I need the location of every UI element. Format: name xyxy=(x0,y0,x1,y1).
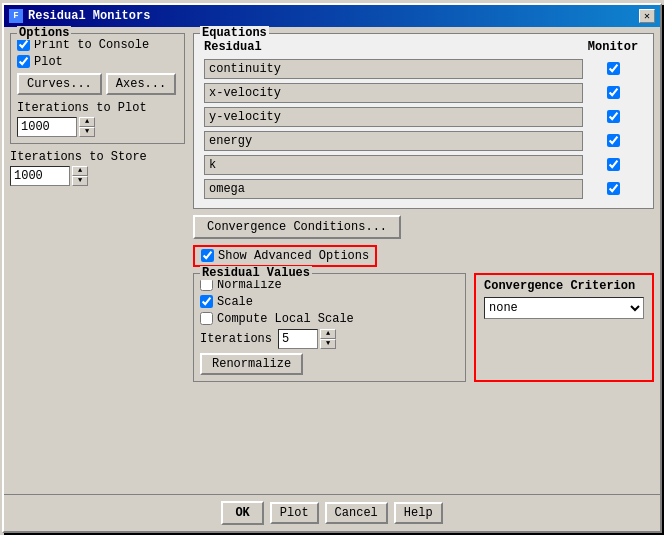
print-to-console-row: Print to Console xyxy=(17,38,178,52)
iterations-rv-up[interactable]: ▲ xyxy=(320,329,336,339)
ok-button[interactable]: OK xyxy=(221,501,263,525)
iterations-to-plot-up[interactable]: ▲ xyxy=(79,117,95,127)
compute-local-scale-row: Compute Local Scale xyxy=(200,312,459,326)
iterations-to-store-down[interactable]: ▼ xyxy=(72,176,88,186)
compute-local-scale-label: Compute Local Scale xyxy=(217,312,354,326)
iterations-to-store-spin: ▲ ▼ xyxy=(10,166,185,186)
cancel-button[interactable]: Cancel xyxy=(325,502,388,524)
iterations-to-store-input[interactable] xyxy=(10,166,70,186)
convergence-criterion-select[interactable]: none absolute relative xyxy=(484,297,644,319)
iterations-rv-spin: ▲ ▼ xyxy=(278,329,336,349)
iterations-rv-input[interactable] xyxy=(278,329,318,349)
iterations-to-store-up[interactable]: ▲ xyxy=(72,166,88,176)
iterations-rv-down[interactable]: ▼ xyxy=(320,339,336,349)
eq-name-energy: energy xyxy=(204,131,583,151)
eq-name-omega: omega xyxy=(204,179,583,199)
left-panel: Options Print to Console Plot Curves... … xyxy=(10,33,185,488)
show-advanced-wrapper: Show Advanced Options xyxy=(193,245,654,267)
eq-name-y-velocity: y-velocity xyxy=(204,107,583,127)
scale-label: Scale xyxy=(217,295,253,309)
iterations-to-store-label: Iterations to Store xyxy=(10,150,185,164)
equations-group: Equations Residual Monitor continuity x-… xyxy=(193,33,654,209)
convergence-criterion-label: Convergence Criterion xyxy=(484,279,644,293)
equations-header: Residual Monitor xyxy=(200,38,647,56)
iterations-rv-container: Iterations ▲ ▼ xyxy=(200,329,459,349)
plot-row: Plot xyxy=(17,55,178,69)
eq-checkbox-y-velocity xyxy=(583,110,643,123)
help-button[interactable]: Help xyxy=(394,502,443,524)
iterations-to-plot-arrows: ▲ ▼ xyxy=(79,117,95,137)
eq-monitor-x-velocity[interactable] xyxy=(607,86,620,99)
eq-row-continuity: continuity xyxy=(200,58,647,80)
print-to-console-checkbox[interactable] xyxy=(17,38,30,51)
iterations-to-plot-spin: ▲ ▼ xyxy=(17,117,178,137)
eq-monitor-energy[interactable] xyxy=(607,134,620,147)
curves-axes-row: Curves... Axes... xyxy=(17,73,178,95)
title-bar: F Residual Monitors ✕ xyxy=(4,5,660,27)
options-label: Options xyxy=(17,26,71,40)
show-advanced-row: Show Advanced Options xyxy=(193,245,377,267)
close-button[interactable]: ✕ xyxy=(639,9,655,23)
eq-monitor-omega[interactable] xyxy=(607,182,620,195)
plot-checkbox[interactable] xyxy=(17,55,30,68)
eq-monitor-continuity[interactable] xyxy=(607,62,620,75)
advanced-section: Residual Values Normalize Scale Compute … xyxy=(193,273,654,382)
equations-label: Equations xyxy=(200,26,269,40)
eq-name-continuity: continuity xyxy=(204,59,583,79)
convergence-conditions-button[interactable]: Convergence Conditions... xyxy=(193,215,401,239)
window-title: Residual Monitors xyxy=(28,9,150,23)
convergence-criterion-group: Convergence Criterion none absolute rela… xyxy=(474,273,654,382)
eq-checkbox-x-velocity xyxy=(583,86,643,99)
show-advanced-label: Show Advanced Options xyxy=(218,249,369,263)
eq-row-x-velocity: x-velocity xyxy=(200,82,647,104)
right-panel: Equations Residual Monitor continuity x-… xyxy=(193,33,654,488)
eq-row-energy: energy xyxy=(200,130,647,152)
eq-row-k: k xyxy=(200,154,647,176)
show-advanced-checkbox[interactable] xyxy=(201,249,214,262)
window-icon: F xyxy=(9,9,23,23)
residual-values-group: Residual Values Normalize Scale Compute … xyxy=(193,273,466,382)
iterations-to-plot-down[interactable]: ▼ xyxy=(79,127,95,137)
eq-row-y-velocity: y-velocity xyxy=(200,106,647,128)
eq-monitor-k[interactable] xyxy=(607,158,620,171)
options-group: Options Print to Console Plot Curves... … xyxy=(10,33,185,144)
normalize-checkbox[interactable] xyxy=(200,278,213,291)
title-bar-left: F Residual Monitors xyxy=(9,9,150,23)
print-to-console-label: Print to Console xyxy=(34,38,149,52)
axes-button[interactable]: Axes... xyxy=(106,73,176,95)
iterations-to-store-section: Iterations to Store ▲ ▼ xyxy=(10,150,185,186)
compute-local-scale-checkbox[interactable] xyxy=(200,312,213,325)
iterations-to-store-arrows: ▲ ▼ xyxy=(72,166,88,186)
bottom-bar: OK Plot Cancel Help xyxy=(4,494,660,531)
plot-button[interactable]: Plot xyxy=(270,502,319,524)
scale-checkbox[interactable] xyxy=(200,295,213,308)
normalize-label: Normalize xyxy=(217,278,282,292)
monitor-col-header: Monitor xyxy=(583,40,643,54)
main-content: Options Print to Console Plot Curves... … xyxy=(4,27,660,494)
curves-button[interactable]: Curves... xyxy=(17,73,102,95)
eq-checkbox-k xyxy=(583,158,643,171)
renormalize-button[interactable]: Renormalize xyxy=(200,353,303,375)
iterations-to-plot-label: Iterations to Plot xyxy=(17,101,178,115)
residual-values-label: Residual Values xyxy=(200,266,312,280)
eq-checkbox-energy xyxy=(583,134,643,147)
residual-monitors-window: F Residual Monitors ✕ Options Print to C… xyxy=(2,3,662,533)
eq-checkbox-continuity xyxy=(583,62,643,75)
scale-row: Scale xyxy=(200,295,459,309)
normalize-row: Normalize xyxy=(200,278,459,292)
plot-label: Plot xyxy=(34,55,63,69)
eq-monitor-y-velocity[interactable] xyxy=(607,110,620,123)
eq-name-k: k xyxy=(204,155,583,175)
iterations-rv-label: Iterations xyxy=(200,332,272,346)
iterations-to-plot-input[interactable] xyxy=(17,117,77,137)
iterations-rv-arrows: ▲ ▼ xyxy=(320,329,336,349)
eq-name-x-velocity: x-velocity xyxy=(204,83,583,103)
eq-checkbox-omega xyxy=(583,182,643,195)
eq-row-omega: omega xyxy=(200,178,647,200)
residual-col-header: Residual xyxy=(204,40,583,54)
